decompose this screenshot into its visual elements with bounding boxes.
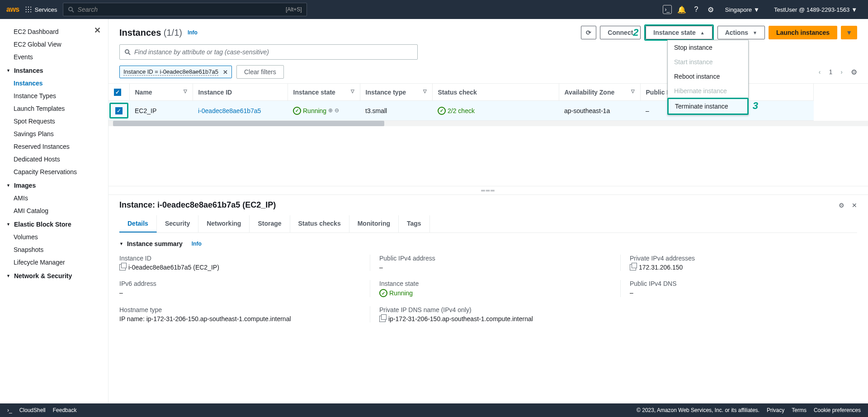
zoom-in-icon[interactable]: ⊕	[328, 107, 333, 114]
copy-icon[interactable]	[119, 264, 126, 270]
footer-terms[interactable]: Terms	[792, 407, 807, 413]
panel-drag-handle[interactable]: ═══	[108, 186, 868, 194]
summary-info-link[interactable]: Info	[192, 241, 202, 247]
aws-logo[interactable]: aws	[6, 5, 19, 14]
sidebar-item-capacity-reservations[interactable]: Capacity Reservations	[0, 166, 108, 178]
sidebar-item-dedicated-hosts[interactable]: Dedicated Hosts	[0, 153, 108, 166]
sidebar-section-ebs[interactable]: Elastic Block Store	[0, 217, 108, 231]
value-public-dns: –	[630, 289, 857, 296]
search-placeholder: Search	[78, 6, 282, 13]
details-settings-icon[interactable]: ⚙	[839, 202, 844, 209]
region-selector[interactable]: Singapore ▼	[721, 6, 764, 13]
instance-state-button[interactable]: Instance state	[646, 26, 712, 39]
services-grid-icon	[25, 6, 32, 13]
label-private-ipv4: Private IPv4 addresses	[630, 255, 857, 262]
sidebar-item-savings-plans[interactable]: Savings Plans	[0, 128, 108, 140]
page-next-icon[interactable]: ›	[838, 68, 845, 76]
sidebar-item-volumes[interactable]: Volumes	[0, 231, 108, 243]
sidebar: ✕ EC2 Dashboard EC2 Global View Events I…	[0, 19, 108, 403]
sidebar-item-snapshots[interactable]: Snapshots	[0, 243, 108, 256]
services-menu[interactable]: Services	[25, 6, 57, 13]
help-icon[interactable]: ?	[692, 5, 701, 14]
tab-status-checks[interactable]: Status checks	[290, 215, 349, 232]
value-public-ipv4: –	[379, 264, 607, 271]
zoom-out-icon[interactable]: ⊖	[335, 107, 339, 114]
clear-filters-button[interactable]: Clear filters	[236, 65, 284, 79]
sidebar-section-instances[interactable]: Instances	[0, 63, 108, 77]
sidebar-item-dashboard[interactable]: EC2 Dashboard	[0, 25, 108, 38]
col-filter-state-icon[interactable]: ▽	[351, 89, 354, 94]
global-search[interactable]: Search [Alt+S]	[63, 3, 307, 16]
col-filter-name-icon[interactable]: ▽	[184, 89, 187, 94]
sidebar-item-instance-types[interactable]: Instance Types	[0, 90, 108, 102]
cell-az: ap-southeast-1a	[559, 101, 640, 121]
cell-state: Running⊕⊖	[288, 101, 360, 121]
tab-tags[interactable]: Tags	[399, 215, 430, 232]
col-filter-type-icon[interactable]: ▽	[423, 89, 427, 94]
footer-cookies[interactable]: Cookie preferences	[814, 407, 861, 413]
services-label: Services	[35, 6, 57, 13]
launch-instances-button[interactable]: Launch instances	[769, 26, 837, 39]
instance-summary-header[interactable]: Instance summary Info	[119, 233, 857, 251]
footer-privacy[interactable]: Privacy	[767, 407, 784, 413]
copy-icon[interactable]	[379, 316, 386, 322]
tab-monitoring[interactable]: Monitoring	[349, 215, 399, 232]
actions-button[interactable]: Actions	[717, 26, 765, 39]
notifications-icon[interactable]: 🔔	[677, 5, 686, 14]
account-menu[interactable]: TestUser @ 1489-2293-1563 ▼	[769, 6, 862, 13]
tab-details[interactable]: Details	[119, 215, 157, 232]
top-nav: aws Services Search [Alt+S] ›_ 🔔 ? ⚙ Sin…	[0, 0, 868, 19]
row-checkbox[interactable]: ✓	[115, 107, 123, 114]
sidebar-section-images[interactable]: Images	[0, 178, 108, 192]
search-icon	[68, 6, 74, 13]
footer-cloudshell-icon[interactable]: ›_	[7, 407, 12, 413]
details-close-icon[interactable]: ✕	[852, 202, 857, 209]
tab-networking[interactable]: Networking	[198, 215, 250, 232]
tab-storage[interactable]: Storage	[250, 215, 290, 232]
filter-placeholder: Find instance by attribute or tag (case-…	[134, 48, 269, 56]
dropdown-start-instance: Start instance	[668, 55, 748, 69]
filter-chip-text[interactable]: Instance ID = i-0eadec8e8ae61b7a5	[123, 68, 218, 76]
details-tabs: Details Security Networking Storage Stat…	[119, 215, 857, 233]
page-prev-icon[interactable]: ‹	[816, 68, 824, 76]
label-public-ipv4: Public IPv4 address	[379, 255, 607, 262]
info-link[interactable]: Info	[188, 29, 198, 36]
instance-filter-input[interactable]: Find instance by attribute or tag (case-…	[119, 44, 418, 60]
dropdown-terminate-instance[interactable]: Terminate instance	[669, 99, 747, 114]
footer-feedback[interactable]: Feedback	[53, 407, 77, 413]
sidebar-item-ami-catalog[interactable]: AMI Catalog	[0, 204, 108, 217]
refresh-button[interactable]: ⟳	[581, 26, 596, 39]
launch-instances-dropdown[interactable]: ▼	[841, 26, 857, 39]
filter-chip-remove-icon[interactable]: ✕	[223, 69, 228, 76]
sidebar-close-icon[interactable]: ✕	[94, 25, 101, 35]
select-all-checkbox[interactable]: ✓	[114, 89, 121, 96]
details-panel: Instance: i-0eadec8e8ae61b7a5 (EC2_IP) ⚙…	[108, 194, 868, 403]
horizontal-scrollbar[interactable]	[108, 121, 868, 126]
cloudshell-icon[interactable]: ›_	[663, 5, 672, 14]
dropdown-reboot-instance[interactable]: Reboot instance	[668, 69, 748, 84]
sidebar-item-spot-requests[interactable]: Spot Requests	[0, 115, 108, 128]
sidebar-item-lifecycle-manager[interactable]: Lifecycle Manager	[0, 256, 108, 269]
settings-icon[interactable]: ⚙	[706, 5, 715, 14]
sidebar-item-instances[interactable]: Instances	[0, 77, 108, 90]
sidebar-item-reserved-instances[interactable]: Reserved Instances	[0, 140, 108, 153]
sidebar-item-events[interactable]: Events	[0, 51, 108, 63]
cell-instance-id[interactable]: i-0eadec8e8ae61b7a5	[193, 101, 288, 121]
value-hostname-type: IP name: ip-172-31-206-150.ap-southeast-…	[119, 315, 356, 322]
tab-security[interactable]: Security	[157, 215, 198, 232]
sidebar-item-global-view[interactable]: EC2 Global View	[0, 38, 108, 51]
cell-name: EC2_IP	[129, 101, 193, 121]
value-private-dns: ip-172-31-206-150.ap-southeast-1.compute…	[388, 315, 533, 322]
table-settings-icon[interactable]: ⚙	[851, 68, 857, 76]
sidebar-item-launch-templates[interactable]: Launch Templates	[0, 102, 108, 115]
dropdown-stop-instance[interactable]: Stop instance	[668, 40, 748, 55]
cell-status: 2/2 check	[432, 101, 559, 121]
sidebar-section-network[interactable]: Network & Security	[0, 269, 108, 282]
footer-cloudshell[interactable]: CloudShell	[19, 407, 46, 413]
footer: ›_ CloudShell Feedback © 2023, Amazon We…	[0, 403, 868, 417]
label-instance-id: Instance ID	[119, 255, 356, 262]
copy-icon[interactable]	[630, 264, 636, 270]
sidebar-item-amis[interactable]: AMIs	[0, 192, 108, 204]
col-filter-az-icon[interactable]: ▽	[631, 89, 635, 94]
label-private-dns: Private IP DNS name (IPv4 only)	[379, 306, 607, 313]
